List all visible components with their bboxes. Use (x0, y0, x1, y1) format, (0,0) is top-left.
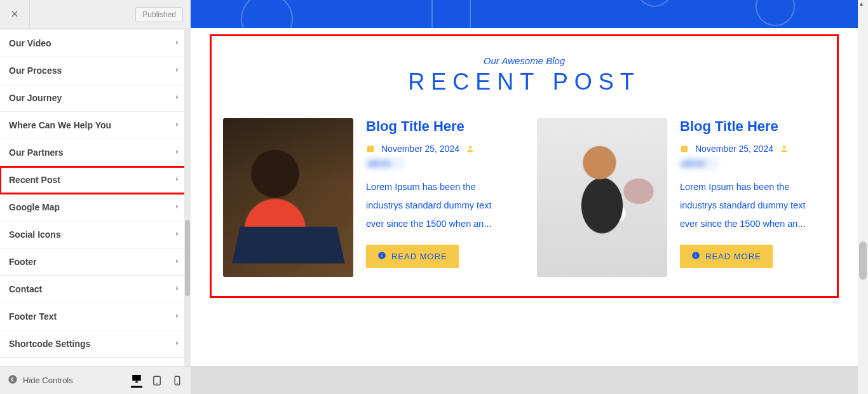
svg-rect-17 (681, 146, 688, 147)
device-preview-toggles (131, 373, 183, 388)
read-more-label: READ MORE (391, 252, 447, 261)
preview-content: Our Awesome Blog RECENT POST Blog Title … (191, 0, 858, 366)
sidebar-item-label: Footer Text (9, 311, 57, 322)
post-thumbnail[interactable] (537, 118, 667, 277)
sidebar-item-label: Our Video (9, 38, 51, 48)
sidebar-item-label: Our Process (9, 65, 62, 76)
post-date: November 25, 2024 (695, 144, 773, 154)
device-tablet-button[interactable] (151, 373, 163, 388)
sidebar-item-contact[interactable]: Contact (0, 276, 191, 303)
section-title: RECENT POST (223, 69, 825, 95)
read-more-button[interactable]: READ MORE (366, 245, 459, 268)
collapse-icon (8, 374, 18, 386)
svg-rect-14 (381, 255, 382, 257)
info-icon (691, 251, 700, 262)
publish-button[interactable]: Published (135, 7, 183, 22)
sidebar-item-label: Where Can We Help You (9, 120, 111, 130)
close-button[interactable] (0, 0, 30, 29)
sidebar-item-our-partners[interactable]: Our Partners (0, 139, 191, 166)
chevron-right-icon (173, 147, 182, 158)
hide-controls-button[interactable]: Hide Controls (8, 374, 73, 386)
customizer-sidebar: Published Our VideoOur ProcessOur Journe… (0, 0, 191, 394)
preview-scrollbar[interactable] (858, 0, 868, 394)
sidebar-item-shortcode-settings[interactable]: Shortcode Settings (0, 330, 191, 358)
hide-controls-label: Hide Controls (23, 376, 73, 385)
post-body: Blog Title HereNovember 25, 2024adminLor… (680, 118, 825, 277)
post-author: admin (366, 158, 512, 169)
user-icon (466, 144, 475, 153)
sidebar-item-label: Our Journey (9, 93, 62, 103)
post-thumbnail[interactable] (223, 118, 353, 277)
post-body: Blog Title HereNovember 25, 2024adminLor… (366, 118, 512, 277)
svg-point-2 (156, 383, 158, 384)
sidebar-item-our-video[interactable]: Our Video (0, 30, 191, 57)
device-desktop-button[interactable] (131, 373, 142, 388)
sidebar-item-recent-post[interactable]: Recent Post (0, 166, 191, 194)
read-more-button[interactable]: READ MORE (680, 245, 773, 268)
read-more-label: READ MORE (705, 252, 761, 261)
device-mobile-button[interactable] (172, 373, 183, 388)
post-excerpt: Lorem Ipsum has been the industrys stand… (366, 178, 512, 233)
svg-rect-19 (686, 145, 686, 146)
svg-rect-15 (381, 254, 382, 254)
chevron-right-icon (173, 93, 182, 104)
close-icon (10, 9, 19, 20)
posts-row: Blog Title HereNovember 25, 2024adminLor… (223, 118, 825, 277)
calendar-icon (366, 144, 375, 153)
post-title[interactable]: Blog Title Here (366, 118, 512, 135)
svg-rect-11 (372, 145, 372, 146)
customizer-footer: Hide Controls (0, 366, 191, 394)
sidebar-scrollbar[interactable] (184, 29, 191, 366)
calendar-icon (680, 144, 689, 153)
preview-pane: Our Awesome Blog RECENT POST Blog Title … (191, 0, 868, 394)
hero-banner (191, 0, 858, 28)
sidebar-item-label: Social Icons (9, 229, 61, 240)
sidebar-item-where-can-we-help-you[interactable]: Where Can We Help You (0, 112, 191, 139)
chevron-right-icon (173, 229, 182, 240)
sidebar-item-label: Footer (9, 257, 37, 267)
svg-rect-10 (369, 145, 369, 146)
post-card: Blog Title HereNovember 25, 2024adminLor… (537, 118, 825, 277)
svg-rect-9 (367, 146, 374, 147)
chevron-right-icon (173, 38, 182, 49)
post-title[interactable]: Blog Title Here (680, 118, 825, 135)
sidebar-item-social-icons[interactable]: Social Icons (0, 221, 191, 248)
svg-point-4 (177, 383, 178, 384)
post-meta: November 25, 2024 (366, 144, 512, 154)
svg-point-7 (756, 0, 794, 25)
chevron-right-icon (173, 284, 182, 295)
tablet-icon (151, 375, 163, 386)
svg-rect-6 (432, 0, 470, 28)
sidebar-item-footer-text[interactable]: Footer Text (0, 303, 191, 330)
user-icon (780, 144, 789, 153)
sidebar-item-google-map[interactable]: Google Map (0, 194, 191, 221)
svg-point-20 (783, 146, 786, 149)
customizer-header: Published (0, 0, 191, 29)
post-meta: November 25, 2024 (680, 144, 825, 154)
chevron-right-icon (173, 120, 182, 131)
sidebar-item-our-process[interactable]: Our Process (0, 57, 191, 85)
svg-point-0 (8, 375, 17, 383)
svg-point-12 (469, 146, 472, 149)
sidebar-item-footer[interactable]: Footer (0, 248, 191, 276)
chevron-right-icon (173, 339, 182, 350)
svg-rect-23 (695, 254, 696, 254)
chevron-right-icon (173, 257, 182, 268)
svg-rect-22 (695, 255, 696, 257)
section-subtitle: Our Awesome Blog (223, 55, 825, 66)
post-author: admin (680, 158, 825, 169)
sidebar-item-label: Google Map (9, 202, 60, 212)
sidebar-item-label: Our Partners (9, 147, 64, 158)
chevron-right-icon (173, 65, 182, 76)
recent-post-section: Our Awesome Blog RECENT POST Blog Title … (210, 34, 839, 298)
chevron-right-icon (173, 202, 182, 213)
sidebar-item-our-journey[interactable]: Our Journey (0, 85, 191, 112)
mobile-icon (172, 375, 183, 386)
sidebar-item-label: Recent Post (9, 175, 60, 185)
chevron-right-icon (173, 175, 182, 186)
sidebar-item-label: Contact (9, 284, 42, 294)
svg-rect-18 (682, 145, 683, 146)
sidebar-item-label: Shortcode Settings (9, 339, 90, 349)
svg-point-5 (241, 0, 292, 28)
desktop-icon (131, 373, 142, 384)
